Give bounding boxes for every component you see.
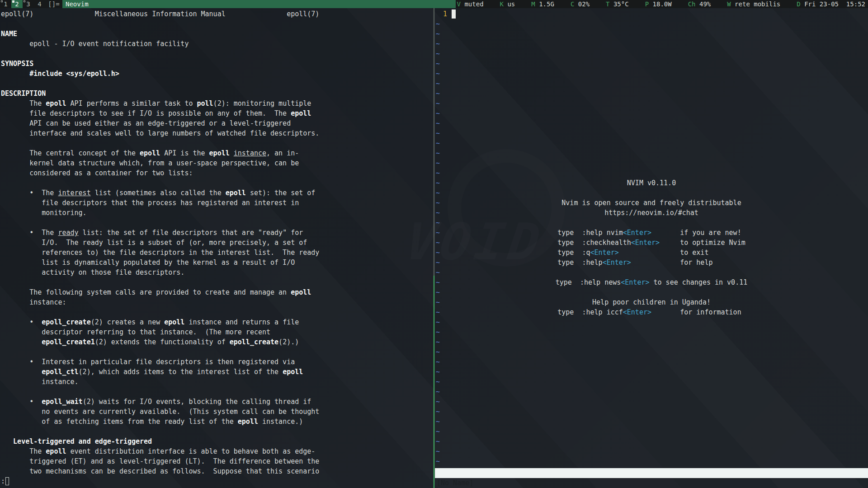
nvim-row: ~ [435, 436, 868, 446]
tilde-marker: ~ [436, 128, 440, 138]
tag-3[interactable]: 3 [23, 0, 34, 8]
nvim-intro-line: type :help<Enter> for help [435, 258, 868, 267]
layout-symbol[interactable]: []= [45, 0, 62, 8]
window-separator-bottom [434, 276, 434, 488]
nvim-row: ~ [435, 89, 868, 99]
nvim-intro-line: type :q<Enter> to exit [435, 248, 868, 258]
status-module-t: T 35°C [606, 0, 629, 8]
nvim-row: ~Nvim is open source and freely distribu… [435, 198, 868, 208]
nvim-row: ~ [435, 267, 868, 277]
man-line [1, 49, 433, 59]
nvim-row: ~ [435, 148, 868, 158]
nvim-row: ~ [435, 49, 868, 59]
man-line: • Interest in particular file descriptor… [1, 357, 433, 367]
neovim-statusline: [No Name] 0,0-1All [435, 468, 868, 478]
man-line: activity on those file descriptors. [1, 267, 433, 277]
nvim-row: ~ [435, 59, 868, 69]
nvim-row: ~ [435, 69, 868, 79]
line-number: 1 [435, 9, 451, 19]
tilde-marker: ~ [436, 89, 440, 99]
nvim-row: ~NVIM v0.11.0 [435, 178, 868, 188]
desktop: VOID 1234 []= Neovim V mutedK usM 1.5GC … [0, 0, 868, 488]
tag-list: 1234 [0, 0, 45, 8]
nvim-row: ~ [435, 327, 868, 337]
man-line: no events are currently available. (This… [1, 407, 433, 417]
man-line: SYNOPSIS [1, 59, 433, 69]
status-bar: 1234 []= Neovim V mutedK usM 1.5GC 02%T … [0, 0, 868, 8]
tilde-marker: ~ [436, 417, 440, 427]
status-module-ch: Ch 49% [688, 0, 711, 8]
man-line: epoll_ctl(2), which adds items to the in… [1, 367, 433, 377]
buffer-name: [No Name] [437, 478, 473, 488]
man-line: API can be used either as an edge-trigge… [1, 118, 433, 128]
nvim-intro-line: NVIM v0.11.0 [435, 178, 868, 188]
tilde-marker: ~ [436, 427, 440, 436]
tilde-marker: ~ [436, 69, 440, 79]
man-line: epoll - I/O event notification facility [1, 39, 433, 49]
nvim-intro-line: Nvim is open source and freely distribut… [435, 198, 868, 208]
man-line: • The interest list (sometimes also call… [1, 188, 433, 198]
tilde-marker: ~ [436, 267, 440, 277]
neovim-window[interactable]: 1 ~~~~~~~~~~~~~~~~~NVIM v0.11.0~~Nvim is… [435, 8, 868, 488]
nvim-row: ~ [435, 128, 868, 138]
tilde-marker: ~ [436, 168, 440, 178]
tilde-marker: ~ [436, 327, 440, 337]
nvim-intro-line: type :help nvim<Enter> if you are new! [435, 228, 868, 238]
man-line: I/O. The ready list is a subset of (or, … [1, 238, 433, 248]
pager-prompt[interactable]: : [1, 476, 433, 486]
tilde-marker: ~ [436, 118, 440, 128]
status-module-m: M 1.5G [531, 0, 554, 8]
status-modules: V mutedK usM 1.5GC 02%T 35°CP 18.0WCh 49… [456, 0, 868, 8]
nvim-row: ~ [435, 387, 868, 397]
man-line: triggered (ET) and as level-triggered (L… [1, 456, 433, 466]
tilde-marker: ~ [436, 407, 440, 417]
nvim-row: ~Help poor children in Uganda! [435, 297, 868, 307]
tilde-marker: ~ [436, 357, 440, 367]
tilde-marker: ~ [436, 377, 440, 387]
man-line: kernel data structure which, from a user… [1, 158, 433, 168]
neovim-buffer: 1 ~~~~~~~~~~~~~~~~~NVIM v0.11.0~~Nvim is… [435, 8, 868, 468]
man-line [1, 178, 433, 188]
window-separator-top [434, 8, 434, 276]
nvim-row: ~ [435, 99, 868, 108]
tilde-marker: ~ [436, 436, 440, 446]
nvim-row: ~ [435, 397, 868, 407]
tag-indicator-hollow-icon [1, 0, 3, 2]
nvim-row: ~ [435, 427, 868, 436]
tag-4[interactable]: 4 [34, 0, 45, 8]
nvim-row: ~ [435, 377, 868, 387]
man-line [1, 427, 433, 436]
man-line: file descriptors to see if I/O is possib… [1, 108, 433, 118]
tilde-marker: ~ [436, 99, 440, 108]
tilde-marker: ~ [436, 108, 440, 118]
nvim-intro-line: Help poor children in Uganda! [435, 297, 868, 307]
tag-1[interactable]: 1 [0, 0, 11, 8]
nvim-row: ~ [435, 287, 868, 297]
tilde-marker: ~ [436, 138, 440, 148]
window-title: Neovim [62, 0, 456, 8]
nvim-row: ~type :help<Enter> for help [435, 258, 868, 267]
nvim-row: ~ [435, 138, 868, 148]
nvim-cursor [452, 9, 456, 19]
man-line [1, 218, 433, 228]
nvim-row: ~ [435, 79, 868, 89]
status-module-k: K us [500, 0, 515, 8]
nvim-row: ~type :checkhealth<Enter> to optimize Nv… [435, 238, 868, 248]
neovim-cmdline [435, 478, 868, 488]
nvim-row: ~ [435, 39, 868, 49]
nvim-row: ~ [435, 337, 868, 347]
terminal-window[interactable]: epoll(7) Miscellaneous Information Manua… [0, 8, 433, 488]
man-line: references to) the file descriptors in t… [1, 248, 433, 258]
tilde-marker: ~ [436, 287, 440, 297]
man-line: monitoring. [1, 208, 433, 218]
man-line: The following system calls are provided … [1, 287, 433, 297]
nvim-row: ~ [435, 446, 868, 456]
tag-2[interactable]: 2 [11, 0, 23, 8]
tag-indicator-hollow-icon [24, 0, 25, 2]
tilde-marker: ~ [436, 19, 440, 29]
man-line: Level-triggered and edge-triggered [1, 436, 433, 446]
status-module-p: P 18.0W [645, 0, 672, 8]
man-line [1, 138, 433, 148]
man-line: epoll(7) Miscellaneous Information Manua… [1, 9, 433, 19]
man-line [1, 79, 433, 89]
